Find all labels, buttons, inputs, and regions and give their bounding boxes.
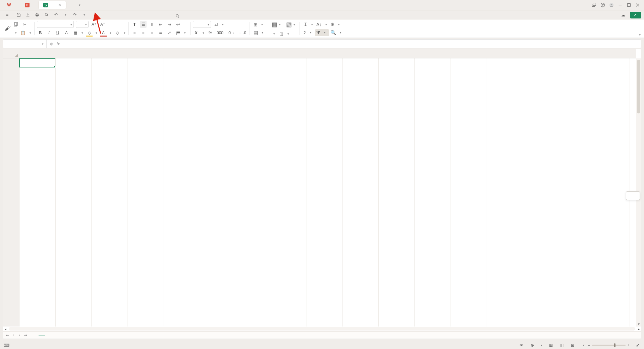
currency-icon[interactable]: ¥ bbox=[193, 29, 200, 36]
sheet-first-icon[interactable]: ⇤ bbox=[5, 333, 10, 338]
tab-member[interactable] bbox=[156, 10, 163, 19]
font-color-dd[interactable]: ▾ bbox=[109, 31, 112, 35]
font-size-combo[interactable]: ▾ bbox=[76, 21, 89, 28]
paste-dd[interactable]: ▾ bbox=[14, 31, 17, 35]
window-minimize-icon[interactable] bbox=[616, 1, 625, 9]
styles-icon[interactable]: ◫ bbox=[278, 31, 284, 38]
tab-template[interactable]: D bbox=[20, 1, 36, 9]
tab-view[interactable] bbox=[141, 10, 149, 19]
bold-button[interactable]: B bbox=[37, 29, 44, 36]
percent-icon[interactable]: % bbox=[207, 29, 214, 36]
view-break-icon[interactable]: ⊞ bbox=[570, 343, 576, 348]
worksheet-button[interactable]: ▤▾ bbox=[252, 29, 265, 36]
align-left-icon[interactable]: ≡ bbox=[131, 29, 138, 36]
rowcol-button[interactable]: ⊞▾ bbox=[252, 21, 265, 28]
convert-button[interactable]: ⇄▾ bbox=[213, 21, 226, 28]
cut-icon[interactable]: ✂ bbox=[21, 21, 28, 28]
eye-icon[interactable]: 👁 bbox=[519, 343, 525, 348]
h-scroll-left-icon[interactable]: ◂ bbox=[3, 327, 8, 331]
zoom-dd[interactable]: ▾ bbox=[582, 344, 586, 347]
horizontal-scrollbar[interactable]: ◂ ▸ bbox=[3, 327, 641, 331]
copy-icon[interactable] bbox=[12, 21, 19, 28]
format-as-table-button[interactable]: ▦▾ bbox=[270, 20, 283, 29]
v-scroll-down-icon[interactable]: ▾ bbox=[636, 322, 641, 326]
styles-dd[interactable]: ▾ bbox=[286, 32, 290, 36]
save-icon[interactable] bbox=[16, 12, 21, 17]
tab-data[interactable] bbox=[126, 10, 134, 19]
name-box-dd-icon[interactable]: ▾ bbox=[42, 42, 44, 46]
font-color-icon[interactable]: A bbox=[100, 29, 107, 36]
tab-wps-home[interactable]: W bbox=[2, 1, 18, 9]
expand-icon[interactable]: ⤢ bbox=[635, 343, 641, 348]
tab-insert[interactable] bbox=[104, 10, 112, 19]
print-icon[interactable] bbox=[35, 12, 40, 17]
outdent-icon[interactable]: ⇤ bbox=[157, 21, 164, 28]
search-menu-icon[interactable] bbox=[173, 13, 181, 19]
grow-font-icon[interactable]: A⁺ bbox=[91, 21, 97, 28]
pending-changes[interactable]: ☁ bbox=[621, 13, 627, 17]
sheet-last-icon[interactable]: ⇥ bbox=[23, 333, 28, 338]
share-button[interactable]: ↗ bbox=[630, 12, 641, 18]
view-page-icon[interactable]: ◫ bbox=[559, 343, 565, 348]
tab-review[interactable] bbox=[134, 10, 141, 19]
underline-button[interactable]: U bbox=[54, 29, 61, 36]
fx-icon[interactable]: fx bbox=[57, 42, 60, 46]
zoom-in-button[interactable]: + bbox=[628, 343, 630, 348]
active-cell[interactable] bbox=[19, 58, 55, 67]
merge-button[interactable]: ⬒▾ bbox=[175, 30, 188, 36]
shrink-font-icon[interactable]: A⁻ bbox=[99, 21, 106, 28]
sheet-tab-sheet1[interactable] bbox=[39, 334, 45, 336]
border-dd[interactable]: ▾ bbox=[80, 31, 84, 35]
zoom-slider[interactable] bbox=[592, 345, 626, 346]
tab-close-icon[interactable]: ✕ bbox=[58, 3, 61, 7]
name-box[interactable]: ▾ bbox=[3, 40, 47, 48]
sheet-next-icon[interactable]: › bbox=[17, 333, 22, 338]
align-center-icon[interactable]: ≡ bbox=[140, 29, 147, 36]
currency-dd[interactable]: ▾ bbox=[202, 31, 205, 35]
orientation-icon[interactable]: ⤢ bbox=[166, 29, 173, 36]
fill-color-dd[interactable]: ▾ bbox=[95, 31, 98, 35]
redo-icon[interactable]: ↷ bbox=[72, 12, 77, 17]
sort-button[interactable]: A↓▾ bbox=[315, 21, 329, 28]
export-icon[interactable] bbox=[25, 12, 31, 17]
view-normal-icon[interactable]: ▦ bbox=[548, 343, 554, 348]
select-all-corner[interactable] bbox=[3, 49, 19, 58]
window-maximize-icon[interactable] bbox=[625, 1, 633, 9]
align-bottom-icon[interactable]: ⬇ bbox=[149, 21, 155, 28]
window-close-icon[interactable] bbox=[633, 1, 642, 9]
ribbon-collapse-icon[interactable]: ▾ bbox=[637, 32, 642, 37]
v-scroll-thumb[interactable] bbox=[637, 60, 640, 113]
freeze-button[interactable]: ❄▾ bbox=[329, 21, 343, 28]
clear-format-icon[interactable]: ◇ bbox=[114, 29, 121, 36]
formula-input[interactable] bbox=[63, 40, 641, 48]
sheet-tab-sheet2[interactable] bbox=[30, 335, 37, 336]
filter-button[interactable]: ⧩▾ bbox=[315, 29, 329, 36]
number-format-combo[interactable]: ▾ bbox=[193, 21, 211, 28]
indent-icon[interactable]: ⇥ bbox=[166, 21, 173, 28]
sum-button[interactable]: Σ▾ bbox=[302, 29, 315, 36]
target-icon[interactable]: ⊕ bbox=[529, 343, 535, 348]
cell-style-button[interactable]: ▧▾ bbox=[285, 20, 297, 29]
clear-dd[interactable]: ▾ bbox=[123, 31, 126, 35]
user-avatar-icon[interactable] bbox=[607, 1, 616, 9]
new-tab-button[interactable] bbox=[70, 1, 77, 9]
align-justify-icon[interactable]: ≣ bbox=[157, 29, 164, 36]
clipboard-icon[interactable]: 📋 bbox=[19, 29, 26, 36]
undo-dd[interactable]: ▾ bbox=[63, 12, 68, 17]
target-dd[interactable]: ▾ bbox=[540, 344, 543, 347]
tab-formula[interactable] bbox=[119, 10, 126, 19]
cond-fmt-dd[interactable]: ▾ bbox=[272, 32, 276, 36]
tab-home[interactable] bbox=[97, 10, 104, 19]
tab-document[interactable]: S ✕ bbox=[38, 1, 66, 9]
new-tab-dropdown[interactable]: ▾ bbox=[78, 3, 81, 7]
fill-color-icon[interactable]: ◇ bbox=[86, 29, 93, 36]
sheet-prev-icon[interactable]: ‹ bbox=[11, 333, 16, 338]
strike-button[interactable]: A bbox=[63, 29, 70, 36]
zoom-out-button[interactable]: − bbox=[588, 343, 590, 348]
align-middle-icon[interactable]: ☰ bbox=[140, 21, 147, 28]
cells-area[interactable] bbox=[19, 58, 636, 327]
input-mode-icon[interactable]: ⌨ bbox=[3, 343, 9, 348]
redo-dd[interactable]: ▾ bbox=[82, 12, 87, 17]
fill-handle[interactable] bbox=[54, 66, 56, 68]
tab-tools[interactable] bbox=[149, 10, 156, 19]
